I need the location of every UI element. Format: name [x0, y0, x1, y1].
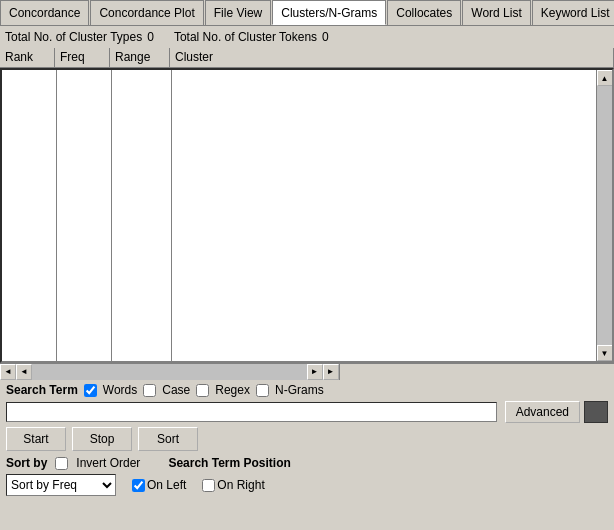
scroll-page-left-button[interactable]: ◄: [0, 364, 16, 380]
search-input[interactable]: [6, 402, 497, 422]
ngrams-checkbox[interactable]: [256, 384, 269, 397]
col-header-range[interactable]: Range: [110, 48, 170, 67]
bottom-controls: Search Term Words Case Regex N-Grams Adv…: [0, 379, 614, 500]
freq-column: [57, 70, 112, 361]
scroll-track-vertical[interactable]: [597, 86, 613, 345]
scroll-left-button[interactable]: ◄: [16, 364, 32, 380]
search-term-label: Search Term: [6, 383, 78, 397]
column-headers: Rank Freq Range Cluster: [0, 48, 614, 68]
scroll-right-button[interactable]: ►: [307, 364, 323, 380]
col-header-rank[interactable]: Rank: [0, 48, 55, 67]
start-button[interactable]: Start: [6, 427, 66, 451]
col-header-freq[interactable]: Freq: [55, 48, 110, 67]
search-term-row: Search Term Words Case Regex N-Grams: [6, 383, 608, 397]
tab-concordance[interactable]: Concordance: [0, 0, 89, 25]
invert-order-label[interactable]: Invert Order: [76, 456, 140, 470]
on-right-checkbox[interactable]: [202, 479, 215, 492]
scroll-up-button[interactable]: ▲: [597, 70, 613, 86]
stats-row: Total No. of Cluster Types 0 Total No. o…: [0, 26, 614, 48]
regex-label[interactable]: Regex: [215, 383, 250, 397]
tab-word-list[interactable]: Word List: [462, 0, 530, 25]
words-label[interactable]: Words: [103, 383, 137, 397]
cluster-types-stat: Total No. of Cluster Types 0: [5, 30, 154, 44]
vertical-scrollbar: ▲ ▼: [596, 70, 612, 361]
cluster-column: [172, 70, 612, 361]
sort-button[interactable]: Sort: [138, 427, 198, 451]
range-column: [112, 70, 172, 361]
on-right-label[interactable]: On Right: [202, 478, 264, 492]
case-label[interactable]: Case: [162, 383, 190, 397]
tab-keyword-list[interactable]: Keyword List: [532, 0, 614, 25]
sort-select[interactable]: Sort by Freq Sort by Rank Sort by Range …: [6, 474, 116, 496]
rank-column: [2, 70, 57, 361]
tab-collocates[interactable]: Collocates: [387, 0, 461, 25]
scroll-down-button[interactable]: ▼: [597, 345, 613, 361]
advanced-dark-indicator: [584, 401, 608, 423]
case-checkbox[interactable]: [143, 384, 156, 397]
search-term-position-label: Search Term Position: [168, 456, 290, 470]
ngrams-label[interactable]: N-Grams: [275, 383, 324, 397]
invert-order-checkbox[interactable]: [55, 457, 68, 470]
advanced-button[interactable]: Advanced: [505, 401, 580, 423]
horizontal-scrollbar: ◄ ◄ ► ►: [0, 363, 614, 379]
scroll-page-right-button[interactable]: ►: [323, 364, 339, 380]
on-left-label[interactable]: On Left: [132, 478, 186, 492]
sort-by-label: Sort by: [6, 456, 47, 470]
tab-bar: Concordance Concordance Plot File View C…: [0, 0, 614, 26]
tab-clusters-ngrams[interactable]: Clusters/N-Grams: [272, 0, 386, 25]
advanced-row: Advanced: [6, 401, 608, 423]
stop-button[interactable]: Stop: [72, 427, 132, 451]
scroll-track-horizontal[interactable]: [32, 364, 307, 380]
tab-concordance-plot[interactable]: Concordance Plot: [90, 0, 203, 25]
on-left-checkbox[interactable]: [132, 479, 145, 492]
regex-checkbox[interactable]: [196, 384, 209, 397]
main-data-area: ▲ ▼: [0, 68, 614, 363]
tab-file-view[interactable]: File View: [205, 0, 271, 25]
action-buttons-row: Start Stop Sort: [6, 427, 608, 451]
sort-bottom-row: Sort by Freq Sort by Rank Sort by Range …: [6, 474, 608, 496]
sort-by-row: Sort by Invert Order Search Term Positio…: [6, 456, 608, 470]
col-header-cluster[interactable]: Cluster: [170, 48, 614, 67]
cluster-tokens-stat: Total No. of Cluster Tokens 0: [174, 30, 329, 44]
words-checkbox[interactable]: [84, 384, 97, 397]
